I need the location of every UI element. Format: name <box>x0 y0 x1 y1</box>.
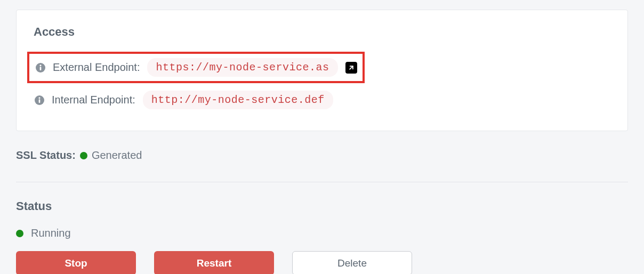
restart-button[interactable]: Restart <box>154 251 274 274</box>
access-heading: Access <box>34 25 610 39</box>
access-card: Access External Endpoint: https://my-nod… <box>16 10 628 131</box>
info-icon <box>36 63 45 72</box>
ssl-status-value: Generated <box>92 149 142 162</box>
external-endpoint-row: External Endpoint: https://my-node-servi… <box>35 58 357 77</box>
stop-button[interactable]: Stop <box>16 251 136 274</box>
svg-rect-2 <box>40 67 42 70</box>
status-heading: Status <box>16 199 628 213</box>
svg-point-4 <box>38 97 40 99</box>
status-value: Running <box>31 227 71 239</box>
external-endpoint-url[interactable]: https://my-node-service.as <box>147 58 337 77</box>
status-running-row: Running <box>16 227 628 239</box>
external-endpoint-highlight: External Endpoint: https://my-node-servi… <box>27 52 365 83</box>
svg-point-1 <box>39 65 41 66</box>
internal-endpoint-row: Internal Endpoint: http://my-node-servic… <box>34 91 610 109</box>
action-buttons: Stop Restart Delete <box>16 251 628 274</box>
external-link-icon[interactable] <box>345 62 357 74</box>
ssl-status-row: SSL Status: Generated <box>16 149 628 182</box>
internal-endpoint-label: Internal Endpoint: <box>52 94 135 106</box>
status-dot-icon <box>16 230 23 237</box>
svg-rect-5 <box>39 99 41 103</box>
status-dot-icon <box>80 152 87 159</box>
external-endpoint-label: External Endpoint: <box>53 61 140 74</box>
delete-button[interactable]: Delete <box>292 251 412 274</box>
info-icon <box>35 95 44 105</box>
internal-endpoint-url[interactable]: http://my-node-service.def <box>143 91 333 109</box>
ssl-status-label: SSL Status: <box>16 149 76 162</box>
